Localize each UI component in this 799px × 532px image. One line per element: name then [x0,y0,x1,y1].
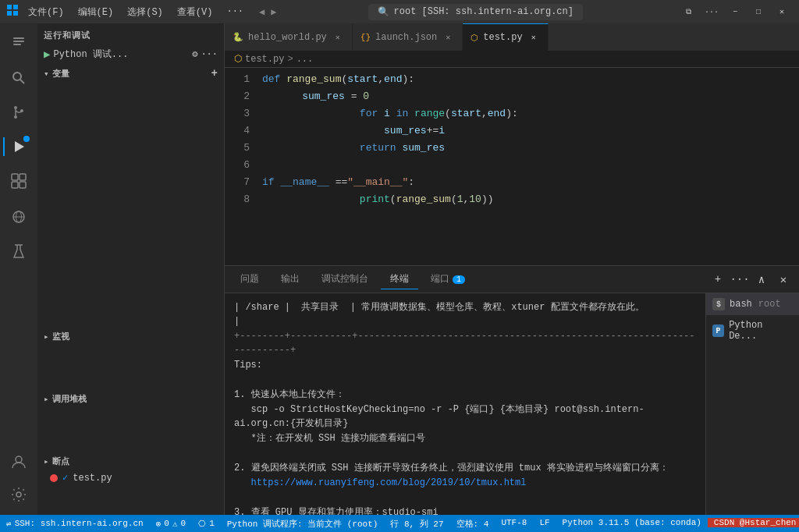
activity-run-debug[interactable] [3,131,34,162]
activity-search[interactable] [3,62,34,94]
split-editor-btn[interactable]: ⧉ [677,3,699,20]
status-errors[interactable]: ⊗ 0 ⚠ 0 [150,515,192,532]
maximize-panel-btn[interactable]: ∧ [752,270,771,289]
settings-icon[interactable]: ⚙ [192,48,197,60]
status-encoding[interactable]: UTF-8 [495,518,533,527]
status-line-count[interactable]: ⎔ 1 [192,515,221,532]
status-remote[interactable]: ⇌ SSH: ssh.intern-ai.org.cn [0,515,150,532]
activity-git[interactable] [3,97,34,128]
menu-bar: 文件(F) 编辑(E) 选择(S) 查看(V) ··· [22,2,250,22]
activity-test[interactable] [3,236,34,267]
code-lines[interactable]: def range_sum(start,end): sum_res = 0 fo… [256,68,799,265]
status-spaces[interactable]: 空格: 4 [450,518,495,530]
status-python[interactable]: Python 3.11.5 (base: conda) [556,518,708,527]
status-encoding-label: UTF-8 [501,518,527,527]
code-line-5: return sum_res [256,140,799,157]
tab-label-hello-world: hello_world.py [248,32,327,43]
terminal-session-bash[interactable]: $ bash root [706,293,799,315]
activity-explorer[interactable] [3,28,34,59]
panel-tab-problems[interactable]: 问题 [231,269,268,289]
code-line-8: print(range_sum(1,10)) [256,191,799,208]
activity-extensions[interactable] [3,165,34,197]
svg-rect-2 [7,11,12,16]
menu-file[interactable]: 文件(F) [22,2,70,22]
callstack-label: 调用堆栈 [52,393,87,405]
status-warnings-label: 0 [181,519,186,528]
panel-tab-debug-console[interactable]: 调试控制台 [312,269,378,289]
more-icon[interactable]: ··· [201,49,218,60]
breakpoint-item[interactable]: ✓ test.py [37,470,224,485]
status-watermark-label: CSDN @Hstar_chen [714,518,797,527]
variables-section: ▾ 变量 + [37,64,224,328]
callstack-header[interactable]: ▸ 调用堆栈 [37,390,224,408]
variables-header[interactable]: ▾ 变量 + [37,64,224,83]
breadcrumb: ⬡ test.py > ... [225,51,799,68]
terminal-line: 3. 查看 GPU 显存和算力使用率：studio-smi [234,505,696,515]
watch-header[interactable]: ▸ 监视 [37,328,224,346]
maximize-btn[interactable]: □ [748,3,769,20]
add-variable-btn[interactable]: + [211,67,218,80]
add-terminal-btn[interactable]: + [708,270,727,289]
activity-settings[interactable] [3,479,34,510]
breadcrumb-file[interactable]: test.py [245,54,284,65]
status-errors-label: 0 [164,519,169,528]
svg-rect-1 [13,5,18,9]
menu-more[interactable]: ··· [220,3,250,20]
warning-icon: ⚠ [172,519,178,529]
tab-close-test-py[interactable]: ✕ [527,31,540,44]
activity-account[interactable] [3,446,34,477]
svg-rect-14 [20,174,26,180]
breakpoints-header[interactable]: ▸ 断点 [37,452,224,470]
json-file-icon: {} [360,33,371,42]
menu-edit[interactable]: 编辑(E) [72,2,120,22]
search-icon: 🔍 [378,6,389,18]
close-panel-btn[interactable]: ✕ [774,270,793,289]
search-bar[interactable]: 🔍 root [SSH: ssh.intern-ai.org.cn] [368,4,583,20]
python-de-label: Python De... [729,320,793,342]
menu-select[interactable]: 选择(S) [121,2,169,22]
minimize-btn[interactable]: − [724,3,746,20]
status-branch-label: 1 [209,519,215,528]
tabs-bar: 🐍 hello_world.py ✕ {} launch.json ✕ ⬡ te… [225,23,799,51]
tab-close-launch-json[interactable]: ✕ [442,31,454,44]
activity-remote[interactable] [3,201,34,232]
nav-forward[interactable]: ▶ [271,6,276,18]
panel-tabs: 问题 输出 调试控制台 终端 端口1 + ··· ∧ ✕ [225,266,799,293]
status-debug-mode[interactable]: Python 调试程序: 当前文件 (root) [221,515,385,532]
panel-tab-output[interactable]: 输出 [272,269,309,289]
svg-point-20 [16,456,22,463]
status-watermark: CSDN @Hstar_chen [708,518,799,527]
tab-hello-world[interactable]: 🐍 hello_world.py ✕ [225,23,353,51]
svg-rect-5 [13,41,24,42]
bash-icon: $ [712,298,725,310]
panel-tab-ports[interactable]: 端口1 [421,269,474,289]
menu-view[interactable]: 查看(V) [171,2,219,22]
terminal-line: *注：在开发机 SSH 连接功能查看端口号 [234,431,696,445]
terminal-content[interactable]: | /share | 共享目录 | 常用微调数据集、模型仓库、教程、xtuner… [225,293,705,515]
split-terminal-btn[interactable]: ··· [730,270,749,289]
terminal-session-python[interactable]: P Python De... [706,315,799,346]
svg-rect-4 [13,37,24,39]
breadcrumb-item[interactable]: ... [297,54,314,65]
run-button[interactable]: ▶ [44,48,50,61]
main-layout: 运行和调试 ▶ Python 调试... ⚙ ··· ▾ 变量 + ▸ 监视 [0,23,799,515]
status-eol[interactable]: LF [533,518,556,527]
tab-launch-json[interactable]: {} launch.json ✕ [353,23,463,51]
svg-point-10 [14,115,17,119]
breadcrumb-separator: > [287,54,293,65]
chevron-down-icon: ▾ [44,69,49,79]
close-btn[interactable]: ✕ [771,3,793,20]
svg-point-9 [14,106,17,109]
svg-line-8 [20,80,24,83]
chevron-right-icon: ▸ [44,332,49,342]
panel-tab-terminal[interactable]: 终端 [381,269,418,289]
terminal-line: scp -o StrictHostKeyChecking=no -r -P {端… [234,403,696,431]
nav-back[interactable]: ◀ [259,6,265,18]
code-line-1: def range_sum(start,end): [256,71,799,88]
tab-test-py[interactable]: ⬡ test.py ✕ [463,23,548,51]
ellipsis-btn[interactable]: ··· [701,3,723,20]
title-bar: 文件(F) 编辑(E) 选择(S) 查看(V) ··· ◀ ▶ 🔍 root [… [0,0,799,23]
tab-close-hello-world[interactable]: ✕ [332,31,344,44]
svg-rect-16 [20,182,26,188]
status-position[interactable]: 行 8, 列 27 [384,518,449,530]
